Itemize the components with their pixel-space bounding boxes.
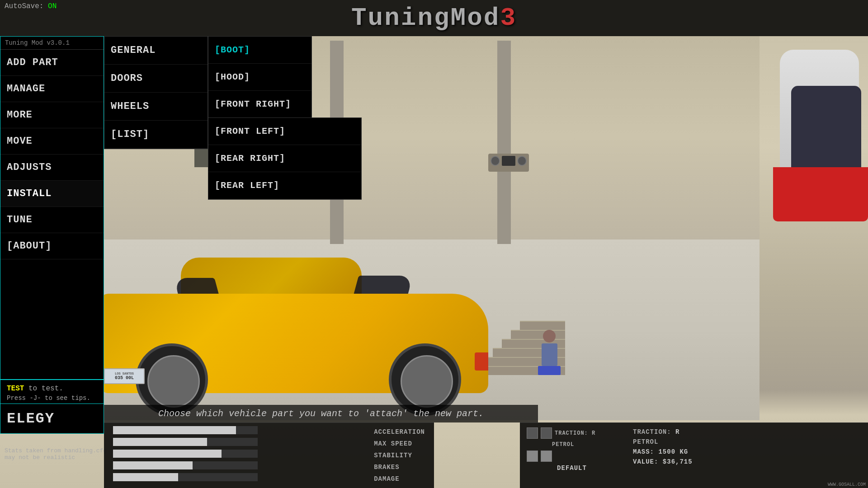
submenu-item-boot[interactable]: [BOOT]	[208, 37, 311, 64]
top-bar: AutoSave: ON TuningMod3	[0, 0, 868, 36]
app-title: TuningMod3	[351, 4, 517, 33]
npc-character	[538, 330, 561, 371]
stats-note: Stats taken from handling.cfg may not be…	[5, 447, 107, 461]
traction-label: TRACTION: R	[555, 430, 595, 436]
autosave-status: AutoSave: ON	[5, 2, 57, 10]
sub-menu-doors: [BOOT] [HOOD] [FRONT RIGHT]	[208, 36, 312, 118]
status-bar: Choose which vehicle part you want to 'a…	[104, 405, 538, 422]
traction-box-1	[527, 427, 538, 439]
default-row	[527, 450, 617, 462]
menu-item-list[interactable]: [LIST]	[104, 121, 208, 149]
menu-item-wheels[interactable]: WHEELS	[104, 93, 208, 121]
sidebar-item-add-part[interactable]: ADD PART	[0, 50, 104, 76]
status-text: Choose which vehicle part you want to 'a…	[110, 408, 532, 419]
menu-item-general[interactable]: GENERAL	[104, 37, 208, 65]
sidebar-item-tune[interactable]: TUNE	[0, 207, 104, 233]
default-label: DEFAULT	[527, 465, 617, 472]
car-name-box: ELEGY	[0, 404, 104, 434]
watermark: WWW.GOSALL.COM	[828, 482, 866, 487]
car-view: LOS SANTOS 035 00L	[90, 249, 497, 420]
fuel-label: PETROL	[552, 441, 574, 448]
menu-item-doors[interactable]: DOORS	[104, 65, 208, 93]
stat-label-acceleration: ACCELERATION	[374, 426, 425, 438]
stat-label-brakes: BRAKES	[374, 461, 425, 473]
submenu-item-hood[interactable]: [HOOD]	[208, 64, 311, 91]
mass-stat: MASS: 1500 KG	[633, 448, 859, 455]
default-box-1	[527, 450, 538, 462]
submenu-item-rear-right[interactable]: [REAR RIGHT]	[208, 145, 361, 172]
car-name: ELEGY	[7, 410, 97, 427]
stat-label-max-speed: MAX SPEED	[374, 438, 425, 450]
topview-car-roof	[791, 86, 861, 176]
sub-menu-doors-extended: [FRONT LEFT] [REAR RIGHT] [REAR LEFT]	[208, 117, 362, 200]
traction-stat: TRACTION: R	[633, 428, 859, 436]
submenu-item-front-left[interactable]: [FRONT LEFT]	[208, 118, 361, 145]
license-plate: LOS SANTOS 035 00L	[104, 368, 145, 384]
sidebar-item-more[interactable]: MORE	[0, 102, 104, 128]
traction-box-2	[541, 427, 552, 439]
sidebar-item-move[interactable]: MOVE	[0, 128, 104, 155]
value-stat: VALUE: $36,715	[633, 458, 859, 465]
right-stats-panel: TRACTION: R PETROL MASS: 1500 KG VALUE: …	[624, 422, 868, 488]
sidebar-item-manage[interactable]: MANAGE	[0, 76, 104, 102]
test-hint: TEST to test.	[7, 385, 97, 393]
submenu-item-front-right[interactable]: [FRONT RIGHT]	[208, 91, 311, 118]
traction-row: TRACTION: R	[527, 427, 617, 439]
sidebar: Tuning Mod v3.0.1 ADD PART MANAGE MORE M…	[0, 36, 104, 380]
stat-label-stability: STABILITY	[374, 450, 425, 461]
submenu-item-rear-left[interactable]: [REAR LEFT]	[208, 172, 361, 199]
handling-panel: TRACTION: R PETROL DEFAULT	[520, 422, 624, 488]
autosave-value: ON	[48, 2, 57, 10]
stat-bar-max-speed	[113, 438, 365, 446]
main-menu: GENERAL DOORS WHEELS [LIST]	[104, 36, 208, 149]
stat-bar-acceleration	[113, 426, 365, 434]
tips-hint: Press -J- to see tips.	[7, 394, 97, 402]
topview-car	[773, 41, 868, 221]
stat-label-damage: DAMAGE	[374, 473, 425, 485]
pillar-right	[497, 41, 511, 244]
fuel-stat: PETROL	[633, 438, 859, 446]
stat-bar-damage	[113, 473, 365, 481]
sidebar-item-adjusts[interactable]: ADJUSTS	[0, 155, 104, 181]
boombox	[488, 154, 529, 172]
default-box-2	[541, 450, 552, 462]
sidebar-item-about[interactable]: [ABOUT]	[0, 233, 104, 259]
sidebar-header: Tuning Mod v3.0.1	[0, 37, 104, 50]
sidebar-bottom-text: TEST to test. Press -J- to see tips.	[0, 380, 104, 407]
stats-panel: ACCELERATIONMAX SPEEDSTABILITYBRAKESDAMA…	[104, 422, 434, 488]
sidebar-item-install[interactable]: INSTALL	[0, 181, 104, 207]
stat-bar-stability	[113, 450, 365, 458]
fuel-row: PETROL	[527, 441, 617, 448]
stat-bars	[113, 426, 365, 485]
topview-car-front	[773, 167, 868, 221]
stat-labels: ACCELERATIONMAX SPEEDSTABILITYBRAKESDAMA…	[374, 426, 425, 485]
stat-bar-brakes	[113, 461, 365, 469]
